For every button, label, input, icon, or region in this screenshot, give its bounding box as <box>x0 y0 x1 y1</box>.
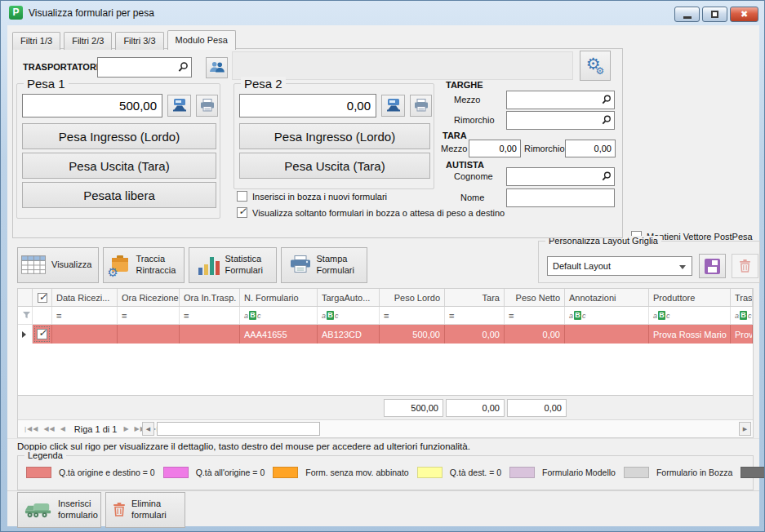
tab-filtri-2[interactable]: Filtri 2/3 <box>64 32 112 50</box>
search-icon <box>602 171 612 183</box>
pesa2-weight-input[interactable] <box>240 95 376 117</box>
pager-text: Riga 1 di 1 <box>74 424 118 434</box>
filter-cell[interactable]: = <box>380 307 445 324</box>
pager-first-button[interactable]: |◀◀ <box>24 425 38 432</box>
pesa2-print-button[interactable] <box>410 95 432 117</box>
pesa1-uscita-button[interactable]: Pesa Uscita (Tara) <box>22 153 216 179</box>
pager-prev-page-button[interactable]: ◀◀ <box>43 425 55 432</box>
minimize-button[interactable] <box>674 7 700 22</box>
tab-filtri-3[interactable]: Filtri 3/3 <box>115 32 163 50</box>
filter-cell[interactable]: = <box>505 307 565 324</box>
pesa2-value-wrap <box>239 94 376 117</box>
row-indicator-header <box>18 289 33 306</box>
cell-annotazioni <box>565 325 649 344</box>
legend-group: Legenda Q.tà origine e destino = 0 Q.tà … <box>17 455 754 490</box>
pesa1-print-button[interactable] <box>196 95 218 117</box>
tara-rimorchio-input[interactable] <box>566 140 615 157</box>
column-header[interactable]: TargaAuto... <box>318 289 380 306</box>
autista-title: AUTISTA <box>446 160 484 170</box>
statistica-button[interactable]: Statistica Formulari <box>189 247 277 283</box>
column-header[interactable]: Tara <box>445 289 505 306</box>
layout-select[interactable]: Default Layout <box>547 256 692 276</box>
scale-icon <box>171 98 188 113</box>
delete-layout-button[interactable] <box>732 254 758 278</box>
bar-chart-icon <box>198 255 220 275</box>
maximize-button[interactable] <box>702 7 727 22</box>
pesa1-weight-input[interactable] <box>23 95 162 117</box>
filter-cell[interactable]: aBc <box>318 307 380 324</box>
filter-cell[interactable]: aBc <box>731 307 753 324</box>
filter-cell[interactable]: = <box>180 307 240 324</box>
inserisci-formulario-button[interactable]: Inserisci formulario <box>17 492 101 528</box>
bozza-checkbox[interactable]: ✓ <box>237 191 247 202</box>
column-header[interactable]: Peso Lordo <box>380 289 445 306</box>
column-header[interactable]: Ora In.Trasp. <box>180 289 240 306</box>
trasportatore-input[interactable] <box>98 58 191 77</box>
pesa1-read-scale-button[interactable] <box>167 95 191 117</box>
legend-item: Q.tà all'origine = 0 <box>163 467 265 478</box>
tara-title: TARA <box>443 131 467 140</box>
settings-button[interactable]: ⚙⚙ <box>580 51 611 81</box>
row-checkbox[interactable]: ✓ <box>37 329 47 339</box>
select-trasportatore-button[interactable] <box>206 57 228 78</box>
printer-icon <box>200 99 215 113</box>
equals-filter-icon: = <box>56 311 61 321</box>
cell-data-ricezione <box>52 325 118 344</box>
autista-nome-wrap <box>506 188 615 207</box>
tara-mezzo-input[interactable] <box>469 140 520 157</box>
filter-cell[interactable]: aBc <box>240 307 318 324</box>
hscroll-left-button[interactable]: ◀ <box>142 422 154 436</box>
filter-funnel-cell[interactable] <box>18 307 33 324</box>
column-header[interactable]: Traspo <box>731 289 753 306</box>
solo-bozza-checkbox[interactable]: ✓ <box>237 207 247 218</box>
pager-prev-button[interactable]: ◀ <box>60 425 66 432</box>
app-window: P Visualizza formulari per pesa ✖ Filtri… <box>0 0 765 532</box>
tab-filtri-1[interactable]: Filtri 1/3 <box>12 32 60 50</box>
search-icon <box>178 61 189 73</box>
filter-cell[interactable]: = <box>445 307 505 324</box>
pesa2-uscita-button[interactable]: Pesa Uscita (Tara) <box>239 153 430 179</box>
pesa2-ingresso-button[interactable]: Pesa Ingresso (Lordo) <box>239 123 430 149</box>
column-header[interactable]: Ora Ricezione <box>118 289 180 306</box>
column-header[interactable]: Peso Netto <box>505 289 565 306</box>
save-layout-button[interactable] <box>699 254 726 278</box>
filter-cell[interactable]: = <box>52 307 118 324</box>
elimina-formulari-button[interactable]: Elimina formulari <box>105 492 185 528</box>
trash-icon <box>113 502 126 518</box>
filter-cell[interactable]: = <box>118 307 180 324</box>
filter-cell[interactable]: aBc <box>565 307 649 324</box>
cell-ora-ricezione <box>118 325 180 344</box>
stampa-button[interactable]: Stampa Formulari <box>281 247 367 283</box>
autista-nome-input[interactable] <box>507 189 614 206</box>
filter-cell[interactable]: aBc <box>649 307 731 324</box>
column-header[interactable]: N. Formulario <box>240 289 318 306</box>
tab-modulo-pesa[interactable]: Modulo Pesa <box>167 30 236 50</box>
abc-filter-icon: aBc <box>244 311 261 320</box>
visualizza-button[interactable]: Visualizza <box>17 247 99 283</box>
column-header[interactable]: Data Ricezi... <box>52 289 118 306</box>
targhe-rimorchio-input[interactable] <box>507 112 614 129</box>
pesa2-read-scale-button[interactable] <box>381 95 405 117</box>
filter-cell[interactable] <box>33 307 52 324</box>
pager-next-button[interactable]: ▶ <box>123 425 129 432</box>
hscroll-thumb[interactable] <box>157 422 320 436</box>
close-button[interactable]: ✖ <box>730 7 758 22</box>
hscroll-right-button[interactable]: ▶ <box>739 422 751 436</box>
pesa1-value-wrap <box>22 94 162 117</box>
table-row[interactable]: ✓ AAA41655 AB123CD 500,00 0,00 0,00 Prov… <box>18 325 753 344</box>
targhe-mezzo-input[interactable] <box>507 91 614 109</box>
tara-rimorchio-wrap <box>565 140 616 157</box>
save-icon <box>705 259 720 274</box>
tara-rimorchio-label: Rimorchio <box>524 144 565 153</box>
table-icon <box>21 255 46 276</box>
bozza-checkbox-row: ✓Inserisci in bozza i nuovi formulari <box>237 191 387 202</box>
pesa1-ingresso-button[interactable]: Pesa Ingresso (Lordo) <box>22 123 216 149</box>
row-select-cell: ✓ <box>33 325 52 344</box>
autista-cognome-input[interactable] <box>507 168 614 185</box>
pesa1-libera-button[interactable]: Pesata libera <box>22 182 216 208</box>
column-header[interactable]: Produttore <box>649 289 731 306</box>
column-header[interactable]: Annotazioni <box>565 289 649 306</box>
traccia-rintraccia-button[interactable]: ⚙ Traccia Rintraccia <box>103 247 185 283</box>
legend-item: Formulario Modello <box>509 467 616 478</box>
select-all-checkbox[interactable]: ✓ <box>38 293 47 303</box>
